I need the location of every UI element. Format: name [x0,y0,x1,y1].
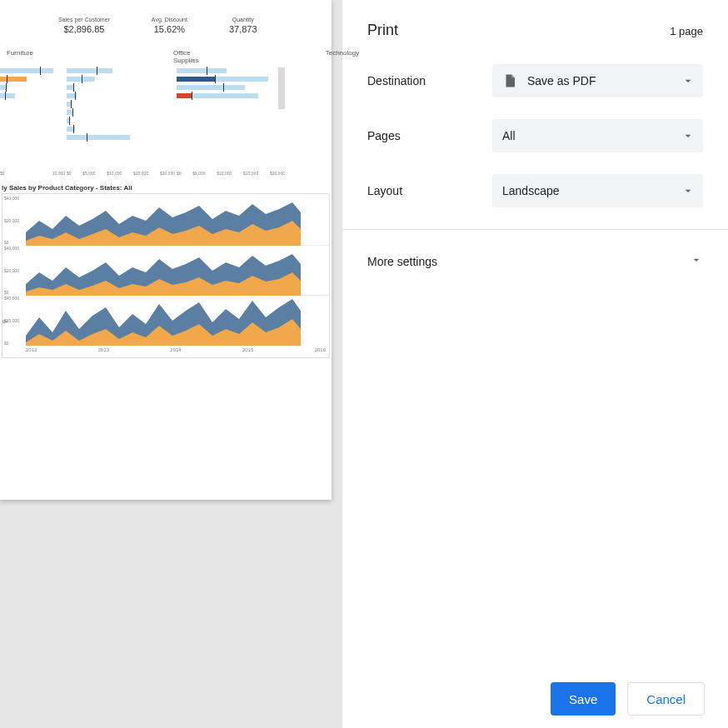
x-tick: 2016 [315,347,326,352]
y-tick: $0 [4,290,19,295]
y-tick: $20,000 [4,218,19,223]
timeseries-xaxis: 2012 2013 2014 2015 2016 [26,346,329,356]
cancel-button[interactable]: Cancel [627,682,705,716]
bar-chart-zone: $0 10,000 $0 $5, [0,67,332,176]
save-button[interactable]: Save [551,682,616,716]
metric-label: Avg. Discount [152,17,187,22]
bar-column-technology: $0 $5,000 $10,000 $15,000 $20,000 [177,67,287,176]
metric-label: Quantity [229,17,257,22]
dialog-footer: Save Cancel [342,670,728,728]
metrics-row: Sales per Customer $2,896.85 Avg. Discou… [0,17,332,34]
x-tick: $0 [67,171,72,176]
x-tick: 2012 [26,347,37,352]
x-tick: 2013 [98,347,109,352]
timeseries-block: $40,000 $20,000 $0 $40,000 $20,000 $0 [2,193,330,358]
metric-value: $2,896.85 [58,24,110,34]
x-tick: $5,000 [82,171,95,176]
button-label: Save [569,692,597,706]
layout-select[interactable]: Landscape [492,174,703,207]
x-tick: $15,000 [133,171,148,176]
y-tick: $40,000 [4,296,19,301]
x-tick: $20,000 [270,171,285,176]
y-tick: $20,000 [4,318,19,323]
field-pages: Pages All [367,119,703,152]
x-tick: 10,000 [52,171,65,176]
timeseries-row: $40,000 $20,000 $0 [26,246,329,296]
metric-value: 15.62% [152,24,187,34]
chevron-down-icon [681,129,695,145]
metric: Sales per Customer $2,896.85 [58,17,110,34]
x-tick: $10,000 [107,171,122,176]
x-tick: $0 [177,171,182,176]
field-label: Destination [367,74,492,87]
select-value: Landscape [502,184,560,197]
category-label: Office Supplies [173,49,199,64]
y-tick: $20,000 [4,268,19,273]
x-tick: $0 [0,171,5,176]
more-settings-toggle[interactable]: More settings [367,250,703,272]
chevron-down-icon [681,184,695,200]
y-tick: $40,000 [4,196,19,201]
button-label: Cancel [646,692,686,706]
pdf-file-icon [502,73,517,88]
field-label: Layout [367,184,492,197]
bar-category-headers: Furniture Office Supplies Technology [0,49,332,64]
dialog-title: Print [367,22,398,39]
metric-value: 37,873 [229,24,257,34]
field-destination: Destination Save as PDF [367,64,703,97]
metric: Avg. Discount 15.62% [152,17,187,34]
y-tick: $40,000 [4,246,19,251]
pages-select[interactable]: All [492,119,703,152]
y-tick: $0 [4,240,19,245]
area-chart-svg [26,246,301,296]
area-chart-svg [26,296,301,346]
x-tick: 2014 [170,347,181,352]
x-tick: $15,000 [243,171,258,176]
x-tick: $10,000 [217,171,232,176]
print-settings-panel: Print 1 page Destination Save as PDF Pag… [342,0,728,728]
panel-header: Print 1 page [367,22,703,39]
bar-column-furniture: $0 10,000 [0,67,67,176]
preview-page: Sales per Customer $2,896.85 Avg. Discou… [0,0,332,500]
category-label: Furniture [7,49,33,64]
bar-column-office: $0 $5,000 $10,000 $15,000 $20,000 [67,67,177,176]
y-tick: $0 [4,341,19,346]
x-tick: $5,000 [192,171,205,176]
area-chart-svg [26,196,301,246]
metric-label: Sales per Customer [58,17,110,22]
timeseries-row: $40,000 $20,000 $0 [26,196,329,246]
field-layout: Layout Landscape [367,174,703,207]
x-tick: $20,000 [160,171,175,176]
timeseries-row: gy $40,000 $20,000 $0 [26,296,329,346]
category-label: Technology [326,49,359,64]
metric: Quantity 37,873 [229,17,257,34]
more-settings-label: More settings [367,255,437,268]
select-value: All [502,129,516,142]
field-label: Pages [367,129,492,142]
print-preview-area: Sales per Customer $2,896.85 Avg. Discou… [0,0,342,728]
select-value: Save as PDF [527,74,596,87]
chevron-down-icon [681,74,695,90]
divider [342,229,728,230]
x-tick: 2015 [242,347,253,352]
destination-select[interactable]: Save as PDF [492,64,703,97]
chevron-down-icon [690,253,703,269]
timeseries-title: ly Sales by Product Category - States: A… [2,184,332,192]
page-count: 1 page [670,25,703,37]
